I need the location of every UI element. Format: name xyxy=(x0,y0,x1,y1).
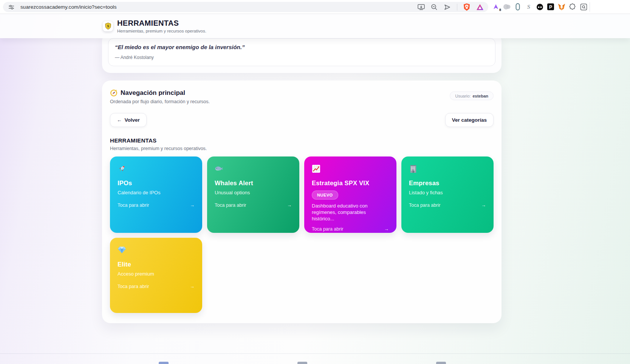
svg-text:P: P xyxy=(549,5,552,10)
arrow-right-icon: → xyxy=(287,203,292,208)
tune-icon[interactable] xyxy=(8,3,15,11)
footer-clipped-items xyxy=(159,362,446,364)
arrow-right-icon: → xyxy=(384,226,389,232)
back-button[interactable]: ← Volver xyxy=(110,113,147,127)
card-subtitle: Unusual options xyxy=(215,190,292,196)
navigation-panel: Navegación principal Ordenada por flujo … xyxy=(102,81,502,323)
extensions-row: 8 S P xyxy=(492,3,587,11)
back-arrow-icon: ← xyxy=(117,117,122,123)
building-icon xyxy=(409,164,418,173)
quote-author: — André Kostolany xyxy=(115,55,489,60)
card-cta-label: Toca para abrir xyxy=(118,203,149,208)
box-search-icon[interactable] xyxy=(580,3,587,11)
card-title: Elite xyxy=(118,261,195,268)
tools-grid: IPOs Calendario de IPOs Toca para abrir … xyxy=(110,156,494,313)
card-estrategia-spx-vix[interactable]: Estrategia SPX VIX NUEVO Dashboard educa… xyxy=(304,156,396,233)
url-text[interactable]: suarezcossacademy.com/inicio?sec=tools xyxy=(20,4,117,10)
user-badge: Usuario: esteban xyxy=(450,91,494,100)
panel-subtitle: Ordenada por flujo diario, formación y r… xyxy=(110,99,210,104)
card-whales-alert[interactable]: Whales Alert Unusual options Toca para a… xyxy=(207,156,299,233)
categories-button-label: Ver categorías xyxy=(452,117,487,123)
back-button-label: Volver xyxy=(125,117,140,123)
toolbar-separator xyxy=(457,4,457,11)
card-ipos[interactable]: IPOs Calendario de IPOs Toca para abrir … xyxy=(110,156,202,233)
card-title: Estrategia SPX VIX xyxy=(312,180,389,187)
rocket-icon xyxy=(118,164,126,173)
metamask-fox-icon[interactable] xyxy=(558,3,565,11)
user-name: esteban xyxy=(472,94,488,98)
card-subtitle: Calendario de IPOs xyxy=(118,190,195,196)
s-letter-extension-icon[interactable]: S xyxy=(525,3,532,11)
address-bar[interactable]: suarezcossacademy.com/inicio?sec=tools xyxy=(3,2,488,12)
app-header: $ HERRAMIENTAS Herramientas, premium y r… xyxy=(0,14,630,38)
oval-extension-icon[interactable] xyxy=(514,3,522,11)
card-title: Empresas xyxy=(409,180,486,187)
new-badge: NUEVO xyxy=(312,191,338,200)
compass-icon xyxy=(110,89,118,97)
puzzle-extensions-icon[interactable] xyxy=(569,3,576,11)
card-subtitle: Dashboard educativo con regímenes, compa… xyxy=(312,203,389,222)
diamond-icon xyxy=(118,246,126,254)
footer-item xyxy=(297,362,307,364)
card-cta-label: Toca para abrir xyxy=(409,203,440,208)
card-subtitle: Listado y fichas xyxy=(409,190,486,196)
footer-item xyxy=(436,362,446,364)
arrow-right-icon: → xyxy=(481,203,486,208)
eyes-extension-icon[interactable] xyxy=(536,3,543,11)
shield-dollar-icon: $ xyxy=(105,23,111,29)
brand-badge: $ xyxy=(103,21,113,31)
page-subtitle: Herramientas, premium y recursos operati… xyxy=(117,29,206,33)
card-cta-label: Toca para abrir xyxy=(215,203,246,208)
p-square-extension-icon[interactable]: P xyxy=(547,3,554,11)
arrow-right-icon: → xyxy=(190,203,195,208)
toolbar-end-separator xyxy=(590,2,590,12)
user-label: Usuario: xyxy=(455,94,471,98)
card-title: Whales Alert xyxy=(215,180,292,187)
card-elite[interactable]: Elite Acceso premium Toca para abrir → xyxy=(110,238,202,313)
card-subtitle: Acceso premium xyxy=(118,271,195,277)
zoom-out-icon[interactable] xyxy=(430,3,438,11)
browser-toolbar: suarezcossacademy.com/inicio?sec=tools xyxy=(0,0,630,14)
screen-download-icon[interactable] xyxy=(417,3,425,11)
chart-up-icon xyxy=(312,164,320,173)
card-title: IPOs xyxy=(118,180,195,187)
quote-text: “El miedo es el mayor enemigo de la inve… xyxy=(115,44,489,50)
arrow-right-icon: → xyxy=(190,284,195,289)
svg-text:$: $ xyxy=(107,24,109,28)
card-cta-label: Toca para abrir xyxy=(118,284,149,289)
page-background: $ HERRAMIENTAS Herramientas, premium y r… xyxy=(0,14,630,364)
footer-divider xyxy=(0,353,630,354)
brave-shield-icon[interactable] xyxy=(463,3,471,11)
footer-item xyxy=(159,362,169,364)
page-title: HERRAMIENTAS xyxy=(117,19,206,28)
send-icon[interactable] xyxy=(444,3,451,11)
card-empresas[interactable]: Empresas Listado y fichas Toca para abri… xyxy=(401,156,494,233)
panel-title: Navegación principal xyxy=(121,89,185,97)
categories-button[interactable]: Ver categorías xyxy=(445,113,494,127)
section-subtitle: Herramientas, premium y recursos operati… xyxy=(110,146,494,151)
whale-icon xyxy=(215,164,223,173)
quote-card: “El miedo es el mayor enemigo de la inve… xyxy=(108,38,495,66)
quote-panel: “El miedo es el mayor enemigo de la inve… xyxy=(102,33,502,73)
purple-arrow-extension-icon[interactable]: 8 xyxy=(492,3,500,11)
bat-triangle-icon[interactable] xyxy=(476,3,484,11)
section-title: HERRAMIENTAS xyxy=(110,137,494,144)
extension-count-badge: 8 xyxy=(499,8,501,12)
card-cta-label: Toca para abrir xyxy=(312,226,343,232)
gray-circles-extension-icon[interactable] xyxy=(503,3,511,11)
